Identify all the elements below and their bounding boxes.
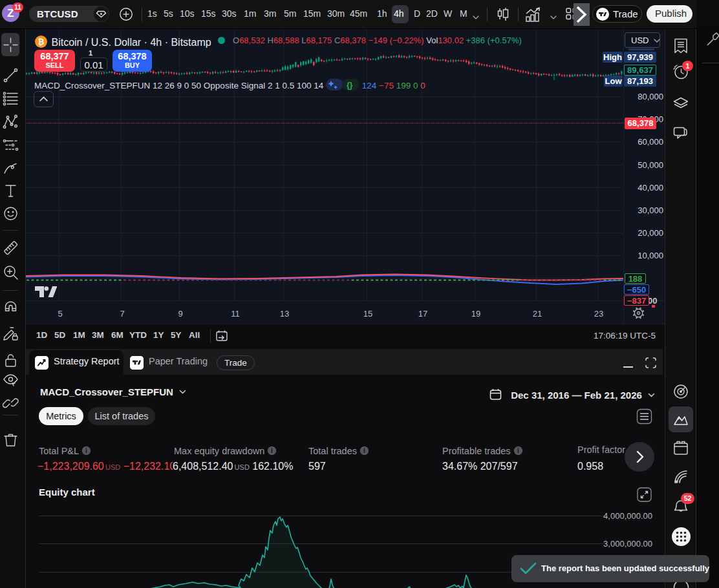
svg-text:{}: {} <box>347 81 353 90</box>
svg-text:i: i <box>517 447 519 454</box>
svg-text:₿: ₿ <box>38 37 45 47</box>
svg-text:i: i <box>271 447 273 454</box>
svg-text:i: i <box>85 447 87 454</box>
svg-text:i: i <box>363 447 365 454</box>
